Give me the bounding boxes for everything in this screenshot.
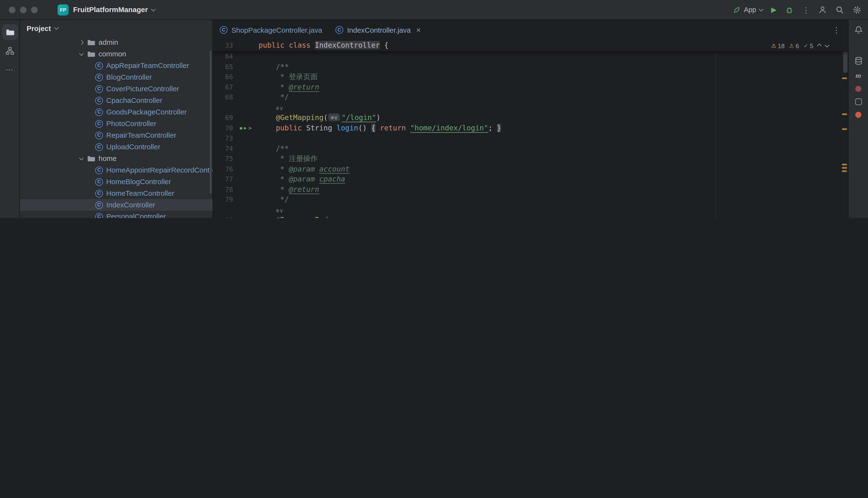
next-problem-icon[interactable]: [825, 43, 829, 47]
warning-stripe-mark[interactable]: [842, 77, 847, 79]
weak-warning-count[interactable]: ⚠ 6: [789, 42, 799, 49]
code-line[interactable]: 66 * 登录页面: [213, 72, 848, 82]
maven-icon[interactable]: m: [855, 72, 861, 79]
app-logo: FP: [58, 4, 69, 15]
inspections-widget[interactable]: ⚠ 18 ⚠ 6 ✓ 5: [768, 41, 831, 50]
tree-item-homeappointrepairrecordcontroller[interactable]: CHomeAppointRepairRecordController: [20, 164, 213, 176]
code-line[interactable]: 79 */: [213, 195, 848, 205]
database-icon[interactable]: [854, 56, 863, 65]
code-line[interactable]: 74 /**: [213, 144, 848, 154]
search-icon[interactable]: [835, 5, 844, 14]
plugin-icon-1[interactable]: [855, 86, 861, 92]
tree-item-personalcontroller[interactable]: CPersonalController: [20, 211, 213, 218]
tree-item-cpachacontroller[interactable]: CCpachaController: [20, 95, 213, 106]
class-icon: C: [220, 26, 227, 34]
add-user-icon[interactable]: [818, 5, 827, 14]
code-line[interactable]: 70●▶> public String login() { return "ho…: [213, 123, 848, 133]
tree-item-apprepairteamcontroller[interactable]: CAppRepairTeamController: [20, 60, 213, 71]
code-line[interactable]: 64: [213, 52, 848, 62]
project-panel-header[interactable]: Project: [20, 20, 213, 37]
run-button[interactable]: ▶: [771, 6, 777, 13]
tree-item-goodspackagecontroller[interactable]: CGoodsPackageController: [20, 106, 213, 118]
prev-problem-icon[interactable]: [817, 43, 821, 48]
plugin-icon-3[interactable]: [855, 112, 861, 118]
more-icon: ⋯: [5, 65, 14, 74]
fold-chevron-icon[interactable]: >: [248, 125, 252, 131]
window-minimize-button[interactable]: [20, 6, 26, 13]
debug-icon[interactable]: [785, 5, 794, 14]
warning-stripe-mark[interactable]: [842, 128, 847, 130]
tree-item-hometeamcontroller[interactable]: CHomeTeamController: [20, 187, 213, 199]
class-icon: C: [95, 85, 103, 93]
code-line[interactable]: 75 * 注册操作: [213, 154, 848, 164]
tree-item-home[interactable]: home: [20, 153, 213, 164]
warning-count[interactable]: ⚠ 18: [771, 42, 784, 49]
passed-count[interactable]: ✓ 5: [804, 42, 813, 49]
tree-item-label: UploadController: [106, 143, 160, 151]
more-tools-button[interactable]: ⋯: [2, 62, 17, 77]
tree-item-label: BlogController: [106, 73, 152, 81]
tree-item-label: PhotoController: [106, 119, 156, 128]
window-close-button[interactable]: [9, 6, 15, 13]
folder-icon: [87, 154, 95, 162]
tab-options-icon[interactable]: ⋮: [825, 25, 848, 34]
bell-icon[interactable]: [854, 25, 863, 34]
code-line[interactable]: 76 * @param account: [213, 164, 848, 174]
tree-item-admin[interactable]: admin: [20, 37, 213, 48]
project-title[interactable]: FruitPlatformManager: [73, 5, 148, 14]
class-icon: C: [95, 62, 103, 69]
tree-chevron-icon[interactable]: [79, 40, 84, 44]
warning-stripe-mark[interactable]: [842, 114, 847, 115]
tree-chevron-icon[interactable]: [79, 51, 84, 55]
project-tool-button[interactable]: [2, 24, 17, 40]
run-config-type-icon: [733, 6, 741, 14]
sticky-header-line[interactable]: 33 public class IndexController {: [213, 40, 848, 52]
endpoint-run-icon[interactable]: ●: [240, 126, 242, 130]
run-configuration-selector[interactable]: App: [733, 6, 763, 14]
tree-item-label: admin: [99, 38, 118, 47]
plugin-icon-2[interactable]: [855, 99, 861, 105]
run-method-icon[interactable]: ▶: [244, 126, 247, 130]
ide-window: FP FruitPlatformManager App ▶ ⋮ ⋯: [0, 0, 868, 218]
tree-item-indexcontroller[interactable]: CIndexController: [20, 199, 213, 211]
activity-bar: ⋯: [0, 20, 20, 218]
more-icon[interactable]: ⋮: [802, 5, 810, 14]
tree-item-label: GoodsPackageController: [106, 108, 187, 116]
tab-shoppackagecontroller[interactable]: C ShopPackageController.java: [213, 20, 329, 40]
tree-item-blogcontroller[interactable]: CBlogController: [20, 71, 213, 83]
tree-item-homeblogcontroller[interactable]: CHomeBlogController: [20, 176, 213, 187]
chevron-down-icon: [54, 25, 59, 30]
code-line[interactable]: 69 @GetMapping(⊕∨"/login"): [213, 113, 848, 123]
structure-tool-button[interactable]: [2, 43, 17, 58]
tree-item-repairteamcontroller[interactable]: CRepairTeamController: [20, 130, 213, 141]
class-icon: C: [95, 73, 103, 81]
tree-item-label: home: [99, 154, 116, 162]
tree-vertical-scrollbar[interactable]: [210, 51, 212, 194]
inlay-hint-row[interactable]: ⊕∨: [213, 205, 848, 215]
right-tool-strip: m: [848, 20, 868, 218]
code-line[interactable]: 77 * @param cpacha: [213, 174, 848, 184]
code-line[interactable]: 80 @ResponseBody: [213, 215, 848, 218]
tree-item-uploadcontroller[interactable]: CUploadController: [20, 141, 213, 153]
chevron-down-icon[interactable]: [151, 6, 156, 11]
class-icon: C: [95, 166, 103, 174]
tree-item-common[interactable]: common: [20, 48, 213, 60]
warning-stripe-mark[interactable]: [842, 167, 847, 169]
close-icon[interactable]: ×: [416, 26, 421, 34]
code-line[interactable]: 68 */: [213, 92, 848, 103]
warning-stripe-mark[interactable]: [842, 164, 847, 166]
window-zoom-button[interactable]: [31, 6, 38, 13]
warning-stripe-mark[interactable]: [842, 170, 847, 172]
settings-icon[interactable]: [853, 5, 861, 14]
project-panel-title: Project: [27, 24, 51, 32]
code-line[interactable]: 73: [213, 133, 848, 144]
code-line[interactable]: 78 * @return: [213, 184, 848, 195]
tree-chevron-icon[interactable]: [79, 155, 84, 160]
tree-item-coverpicturecontroller[interactable]: CCoverPictureController: [20, 83, 213, 95]
tab-indexcontroller[interactable]: C IndexController.java ×: [329, 20, 427, 40]
tree-item-photocontroller[interactable]: CPhotoController: [20, 118, 213, 130]
code-line[interactable]: 65 /**: [213, 62, 848, 72]
inlay-hint-row[interactable]: ⊕∨: [213, 103, 848, 113]
code-area[interactable]: 6465 /**66 * 登录页面67 * @return68 */ ⊕∨69 …: [213, 52, 848, 218]
code-line[interactable]: 67 * @return: [213, 82, 848, 92]
